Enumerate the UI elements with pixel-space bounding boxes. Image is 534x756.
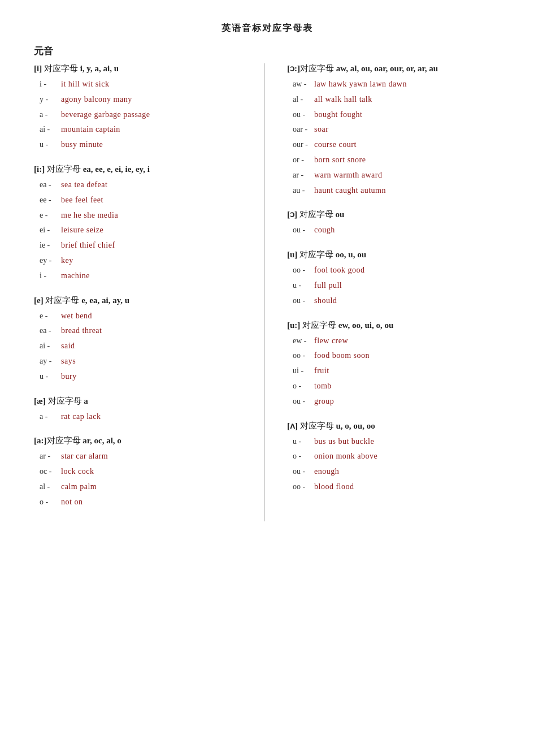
phoneme-group-o_short: [ɔ] 对应字母 ouou -cough [287,209,500,237]
row-prefix: ie - [40,239,61,252]
phoneme-row: oo -food boom soon [287,349,500,362]
left-column: [i] 对应字母 i, y, a, ai, ui -it hill wit si… [34,63,264,521]
row-prefix: ei - [40,223,61,237]
row-words: fool took good [314,263,364,277]
phoneme-row: ie -brief thief chief [34,239,247,252]
phoneme-title-o_long: [ɔ:]对应字母 aw, al, ou, oar, our, or, ar, a… [287,63,500,74]
phoneme-row: oo -fool took good [287,263,500,277]
row-words: says [61,355,76,368]
row-words: bus us but buckle [314,435,374,448]
row-words: should [314,294,337,308]
row-words: onion monk above [314,450,377,463]
row-prefix: a - [40,108,61,122]
phoneme-row: or -born sort snore [287,153,500,167]
phoneme-group-wedge: [ʌ] 对应字母 u, o, ou, oou -bus us but buckl… [287,421,500,494]
phoneme-group-i: [i] 对应字母 i, y, a, ai, ui -it hill wit si… [34,63,247,152]
row-words: soar [314,123,328,136]
phoneme-group-o_long: [ɔ:]对应字母 aw, al, ou, oar, our, or, ar, a… [287,63,500,197]
phoneme-row: a -beverage garbage passage [34,108,247,122]
row-prefix: ui - [293,364,314,378]
row-prefix: ew - [293,334,314,348]
page-title: 英语音标对应字母表 [34,23,500,34]
phoneme-row: ea -sea tea defeat [34,178,247,192]
phoneme-title-wedge: [ʌ] 对应字母 u, o, ou, oo [287,421,500,431]
phoneme-row: u -full pull [287,279,500,292]
phoneme-row: ay -says [34,355,247,368]
phoneme-row: ar -star car alarm [34,450,247,463]
phoneme-row: al -calm palm [34,480,247,494]
row-prefix: u - [40,370,61,383]
row-words: haunt caught autumn [314,184,386,197]
row-words: calm palm [61,480,97,494]
row-prefix: or - [293,153,314,167]
row-prefix: u - [40,138,61,152]
phoneme-group-ae: [æ] 对应字母 aa -rat cap lack [34,396,247,424]
phoneme-row: oo -blood flood [287,480,500,494]
phoneme-row: au -haunt caught autumn [287,184,500,197]
row-prefix: our - [293,138,314,152]
row-words: bought fought [314,108,362,122]
row-words: wet bend [61,309,92,323]
row-words: born sort snore [314,153,366,167]
phoneme-title-u_short: [u] 对应字母 oo, u, ou [287,249,500,260]
row-prefix: ar - [40,450,61,463]
phoneme-row: ei -leisure seize [34,223,247,237]
row-words: fruit [314,364,329,378]
phoneme-row: our -course court [287,138,500,152]
row-prefix: ea - [40,324,61,338]
phoneme-group-e: [e] 对应字母 e, ea, ai, ay, ue -wet bendea -… [34,295,247,383]
phoneme-row: oar -soar [287,123,500,136]
row-words: it hill wit sick [61,77,109,91]
row-words: rat cap lack [61,410,101,424]
phoneme-row: a -rat cap lack [34,410,247,424]
phoneme-row: e -me he she media [34,209,247,222]
row-words: leisure seize [61,223,103,237]
phoneme-title-ae: [æ] 对应字母 a [34,396,247,407]
row-words: beverage garbage passage [61,108,150,122]
phoneme-title-i: [i] 对应字母 i, y, a, ai, u [34,63,247,74]
phoneme-row: ui -fruit [287,364,500,378]
phoneme-title-i_long: [i:] 对应字母 ea, ee, e, ei, ie, ey, i [34,164,247,175]
row-prefix: a - [40,410,61,424]
row-prefix: e - [40,209,61,222]
vowels-header: 元音 [34,45,500,58]
phoneme-row: ai -said [34,339,247,353]
phoneme-row: u -bus us but buckle [287,435,500,448]
row-words: not on [61,495,83,509]
row-prefix: ea - [40,178,61,192]
phoneme-row: al -all walk hall talk [287,93,500,106]
row-prefix: oo - [293,349,314,362]
phoneme-row: ai -mountain captain [34,123,247,136]
phoneme-row: e -wet bend [34,309,247,323]
phoneme-group-u_short: [u] 对应字母 oo, u, ouoo -fool took goodu -f… [287,249,500,307]
row-words: lock cock [61,465,94,478]
phoneme-group-a_long: [a:]对应字母 ar, oc, al, oar -star car alarm… [34,435,247,508]
row-prefix: u - [293,279,314,292]
phoneme-row: i -machine [34,269,247,283]
row-prefix: i - [40,269,61,283]
row-words: all walk hall talk [314,93,372,106]
phoneme-title-a_long: [a:]对应字母 ar, oc, al, o [34,435,247,446]
row-words: bee feel feet [61,193,103,207]
row-words: blood flood [314,480,354,494]
row-prefix: e - [40,309,61,323]
row-prefix: oo - [293,263,314,277]
phoneme-row: ea -bread threat [34,324,247,338]
row-prefix: ou - [293,223,314,237]
row-prefix: ou - [293,465,314,478]
row-words: bread threat [61,324,102,338]
row-prefix: ou - [293,294,314,308]
right-column: [ɔ:]对应字母 aw, al, ou, oar, our, or, ar, a… [264,63,500,521]
row-words: sea tea defeat [61,178,107,192]
main-content: [i] 对应字母 i, y, a, ai, ui -it hill wit si… [34,63,500,521]
row-prefix: al - [293,93,314,106]
phoneme-row: ou -cough [287,223,500,237]
row-prefix: ou - [293,395,314,408]
phoneme-row: o -onion monk above [287,450,500,463]
phoneme-row: ou -should [287,294,500,308]
row-words: agony balcony many [61,93,132,106]
phoneme-row: aw -law hawk yawn lawn dawn [287,77,500,91]
row-prefix: oo - [293,480,314,494]
row-words: bury [61,370,77,383]
phoneme-row: ou -enough [287,465,500,478]
